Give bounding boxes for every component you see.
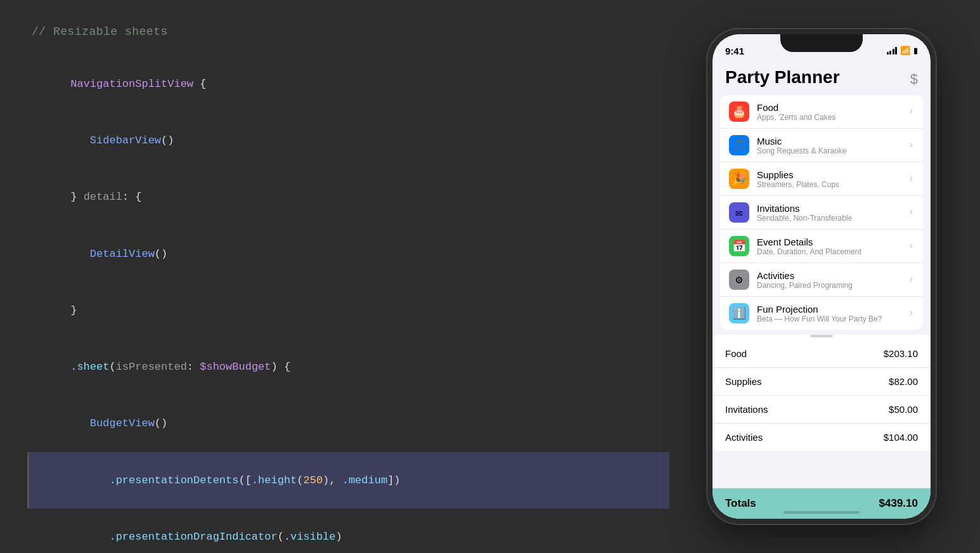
wifi-icon: 📶: [900, 46, 910, 56]
code-block: NavigationSplitView { SidebarView() } de…: [32, 56, 669, 553]
menu-item-fun-projection[interactable]: ℹ️ Fun Projection Beta — How Fun Will Yo…: [720, 297, 923, 330]
home-indicator: [783, 511, 860, 514]
invitations-subtitle: Sendable, Non-Transferable: [757, 214, 908, 223]
activities-chevron: ›: [908, 274, 914, 285]
invitations-chevron: ›: [908, 207, 914, 218]
menu-item-music[interactable]: 🎵 Music Song Requests & Karaoke ›: [720, 129, 923, 162]
code-line-1: NavigationSplitView {: [32, 56, 669, 112]
signal-bars-icon: [887, 47, 898, 55]
budget-food-label: Food: [725, 348, 747, 359]
budget-food-value: $203.10: [884, 348, 918, 359]
battery-icon: ▮: [913, 46, 918, 55]
fun-projection-icon: ℹ️: [729, 303, 749, 323]
menu-item-event-details[interactable]: 📅 Event Details Date, Duration, And Plac…: [720, 230, 923, 263]
music-subtitle: Song Requests & Karaoke: [757, 146, 908, 155]
supplies-chevron: ›: [908, 173, 914, 185]
fun-projection-chevron: ›: [908, 308, 914, 319]
food-title: Food: [757, 102, 908, 113]
activities-subtitle: Dancing, Paired Programing: [757, 281, 908, 290]
budget-item-activities: Activities $104.00: [712, 424, 931, 451]
music-icon: 🎵: [729, 135, 749, 155]
code-line-8-highlighted: .presentationDetents([.height(250), .med…: [27, 452, 669, 509]
app-content: Party Planner $ 🎂 Food Apps, 'Zerts and …: [712, 62, 931, 519]
budget-item-invitations: Invitations $50.00: [712, 396, 931, 424]
dollar-icon: $: [910, 71, 918, 88]
fun-projection-subtitle: Beta — How Fun Will Your Party Be?: [757, 315, 908, 323]
sheet-handle: [810, 335, 833, 337]
menu-list: 🎂 Food Apps, 'Zerts and Cakes › 🎵 Music …: [720, 95, 923, 330]
app-header: Party Planner $: [712, 62, 931, 90]
code-line-2: SidebarView(): [32, 112, 669, 169]
event-details-chevron: ›: [908, 240, 914, 252]
phone-notch: [780, 34, 863, 52]
menu-item-supplies[interactable]: 🎉 Supplies Streamers, Plates, Cups ›: [720, 162, 923, 196]
event-details-icon: 📅: [729, 236, 749, 256]
budget-invitations-label: Invitations: [725, 404, 768, 415]
food-subtitle: Apps, 'Zerts and Cakes: [757, 113, 908, 122]
event-details-subtitle: Date, Duration, And Placement: [757, 247, 908, 256]
budget-supplies-label: Supplies: [725, 376, 762, 387]
code-line-7: BudgetView(): [32, 396, 669, 452]
food-icon: 🎂: [729, 101, 749, 122]
invitations-icon: ✉️: [729, 202, 749, 223]
code-line-5: }: [32, 282, 669, 339]
code-line-6: .sheet(isPresented: $showBudget) {: [32, 339, 669, 395]
activities-icon: ⚙️: [729, 270, 749, 290]
menu-item-food[interactable]: 🎂 Food Apps, 'Zerts and Cakes ›: [720, 95, 923, 129]
budget-activities-value: $104.00: [884, 432, 918, 443]
supplies-subtitle: Streamers, Plates, Cups: [757, 180, 908, 189]
app-title: Party Planner: [725, 67, 840, 88]
code-line-9: .presentationDragIndicator(.visible): [32, 509, 669, 553]
event-details-title: Event Details: [757, 237, 908, 247]
budget-activities-label: Activities: [725, 432, 763, 443]
code-editor: // Resizable sheets NavigationSplitView …: [0, 0, 701, 553]
budget-item-food: Food $203.10: [712, 340, 931, 368]
activities-title: Activities: [757, 270, 908, 281]
supplies-icon: 🎉: [729, 169, 749, 189]
status-icons: 📶 ▮: [887, 46, 919, 56]
menu-item-activities[interactable]: ⚙️ Activities Dancing, Paired Programing…: [720, 263, 923, 297]
phone-frame: 9:41 📶 ▮ Party Planner $: [707, 29, 936, 524]
budget-supplies-value: $82.00: [889, 376, 918, 387]
supplies-title: Supplies: [757, 169, 908, 180]
menu-item-invitations[interactable]: ✉️ Invitations Sendable, Non-Transferabl…: [720, 196, 923, 230]
food-chevron: ›: [908, 106, 914, 117]
totals-label: Totals: [725, 497, 756, 510]
phone-screen: 9:41 📶 ▮ Party Planner $: [712, 34, 931, 519]
budget-invitations-value: $50.00: [889, 404, 918, 415]
code-line-4: DetailView(): [32, 226, 669, 282]
code-comment: // Resizable sheets: [32, 25, 669, 38]
bottom-sheet: Food $203.10 Supplies $82.00 Invitations…: [712, 335, 931, 451]
music-title: Music: [757, 136, 908, 146]
music-chevron: ›: [908, 140, 914, 151]
budget-item-supplies: Supplies $82.00: [712, 368, 931, 396]
code-line-3: } detail: {: [32, 169, 669, 226]
invitations-title: Invitations: [757, 203, 908, 214]
totals-bar: Totals $439.10: [712, 488, 931, 519]
phone-mockup: 9:41 📶 ▮ Party Planner $: [701, 29, 942, 524]
fun-projection-title: Fun Projection: [757, 304, 908, 315]
status-time: 9:41: [725, 46, 744, 56]
totals-value: $439.10: [879, 497, 918, 510]
